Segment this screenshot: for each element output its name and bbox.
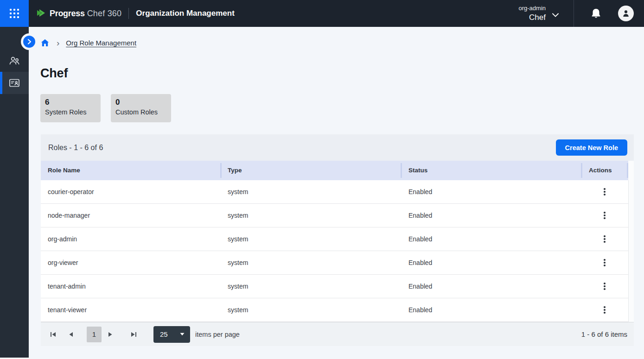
table-row: tenant-admin system Enabled — [41, 275, 634, 298]
stats-row: 6 System Roles 0 Custom Roles — [40, 94, 171, 122]
stat-label: System Roles — [45, 108, 96, 116]
app-launcher-grid-icon — [10, 9, 19, 18]
brand-product-name: Progress — [50, 9, 85, 19]
previous-page-button[interactable] — [67, 329, 75, 340]
topbar-divider — [128, 8, 129, 19]
brand-logo: Progress Chef 360 — [35, 8, 121, 19]
stat-label: Custom Roles — [115, 108, 166, 116]
cell-role-name: tenant-viewer — [41, 306, 220, 314]
panel-titlebar: Roles - 1 - 6 of 6 Create New Role — [41, 134, 634, 161]
cell-type: system — [220, 188, 401, 195]
pagination-bar: 1 25 items — [41, 322, 634, 346]
cell-status: Enabled — [401, 212, 581, 219]
sidebar-expand-button[interactable] — [23, 36, 35, 48]
items-per-page-label: items per page — [195, 331, 240, 338]
sidebar-item-roles[interactable] — [0, 72, 29, 94]
app-launcher-button[interactable] — [0, 0, 29, 27]
stat-value: 0 — [115, 98, 166, 107]
breadcrumb-link-org-role-management[interactable]: Org Role Management — [66, 39, 136, 47]
cell-status: Enabled — [401, 188, 581, 195]
items-per-page-select[interactable]: 25 — [153, 326, 190, 343]
cell-type: system — [220, 235, 401, 243]
topbar-vertical-divider — [574, 0, 574, 27]
user-menu[interactable]: org-admin Chef — [518, 0, 574, 27]
table-header-row: Role Name Type Status Actions — [41, 161, 634, 180]
row-actions-kebab-menu[interactable] — [598, 303, 611, 316]
row-actions-kebab-menu[interactable] — [598, 209, 611, 222]
brand-suite-name: Chef 360 — [87, 9, 122, 19]
main-content: › Org Role Management Chef 6 System Role… — [29, 27, 644, 359]
next-page-icon — [108, 332, 112, 337]
breadcrumb-separator-icon: › — [57, 39, 59, 47]
cell-status: Enabled — [401, 306, 581, 314]
cell-type: system — [220, 283, 401, 290]
cell-actions — [581, 233, 628, 246]
cell-role-name: org-admin — [41, 235, 220, 243]
chevron-down-icon — [552, 13, 559, 17]
avatar-person-icon — [622, 9, 630, 18]
roles-panel: Roles - 1 - 6 of 6 Create New Role Role … — [41, 134, 634, 346]
cell-type: system — [220, 212, 401, 219]
cell-role-name: org-viewer — [41, 259, 220, 266]
home-icon[interactable] — [41, 39, 49, 47]
table-row: node-manager system Enabled — [41, 204, 634, 227]
column-header-role-name: Role Name — [41, 161, 220, 180]
cell-role-name: courier-operator — [41, 188, 220, 195]
panel-title: Roles - 1 - 6 of 6 — [48, 144, 103, 152]
account-button[interactable] — [618, 6, 634, 21]
scrollbar-track[interactable] — [628, 180, 634, 322]
table-row: org-viewer system Enabled — [41, 251, 634, 275]
table-row: org-admin system Enabled — [41, 227, 634, 251]
row-actions-kebab-menu[interactable] — [598, 256, 611, 269]
table-row: tenant-viewer system Enabled — [41, 298, 634, 322]
column-header-actions: Actions — [581, 161, 628, 180]
row-actions-kebab-menu[interactable] — [598, 233, 611, 246]
stat-card-custom-roles: 0 Custom Roles — [111, 94, 171, 122]
current-page-button[interactable]: 1 — [87, 327, 102, 342]
row-actions-kebab-menu[interactable] — [598, 185, 611, 198]
chevron-right-icon — [27, 39, 32, 44]
column-header-type: Type — [220, 161, 401, 180]
scrollbar-gutter — [628, 161, 634, 180]
cell-type: system — [220, 259, 401, 266]
last-page-icon — [131, 332, 137, 337]
page-title: Chef — [40, 66, 68, 81]
cell-type: system — [220, 306, 401, 314]
top-bar: Progress Chef 360 Organization Managemen… — [0, 0, 644, 27]
table-body: courier-operator system Enabled node-man… — [41, 180, 634, 322]
next-page-button[interactable] — [106, 329, 114, 340]
app-title: Organization Management — [136, 9, 235, 18]
stat-card-system-roles: 6 System Roles — [40, 94, 101, 122]
create-new-role-button[interactable]: Create New Role — [556, 139, 627, 156]
column-header-status: Status — [401, 161, 581, 180]
user-block: org-admin Chef — [518, 5, 546, 23]
users-icon — [8, 55, 20, 66]
cell-role-name: node-manager — [41, 212, 220, 219]
progress-logo-icon — [35, 8, 46, 19]
user-org-label: Chef — [518, 13, 546, 22]
row-actions-kebab-menu[interactable] — [598, 280, 611, 293]
user-role-label: org-admin — [518, 5, 546, 12]
items-per-page-value: 25 — [160, 330, 168, 338]
cell-role-name: tenant-admin — [41, 283, 220, 290]
pagination-range-label: 1 - 6 of 6 items — [581, 330, 627, 338]
sidebar — [0, 27, 29, 358]
sidebar-item-users[interactable] — [0, 50, 29, 72]
cell-actions — [581, 256, 628, 269]
cell-actions — [581, 185, 628, 198]
cell-actions — [581, 303, 628, 316]
first-page-icon — [50, 332, 56, 337]
previous-page-icon — [69, 332, 73, 337]
app-root: Progress Chef 360 Organization Managemen… — [0, 0, 644, 359]
notifications-button[interactable] — [591, 8, 601, 19]
topbar-right: org-admin Chef — [518, 0, 644, 27]
first-page-button[interactable] — [49, 329, 57, 340]
cell-status: Enabled — [401, 259, 581, 266]
table-row: courier-operator system Enabled — [41, 180, 634, 204]
cell-actions — [581, 280, 628, 293]
last-page-button[interactable] — [130, 329, 137, 340]
cell-status: Enabled — [401, 283, 581, 290]
cell-status: Enabled — [401, 235, 581, 243]
role-card-icon — [8, 77, 20, 88]
cell-actions — [581, 209, 628, 222]
